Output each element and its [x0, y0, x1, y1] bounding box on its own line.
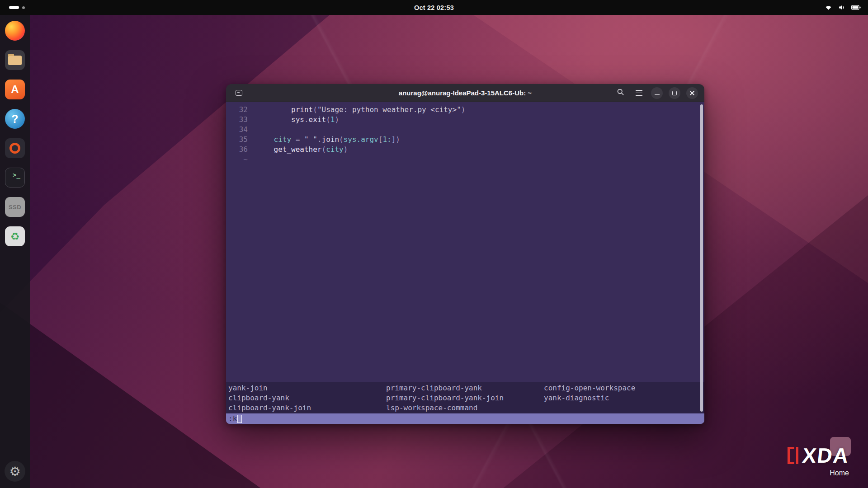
dock-item-terminal[interactable]: >_	[4, 166, 26, 189]
terminal-window: anurag@anurag-IdeaPad-3-15ALC6-Ub: ~	[226, 84, 704, 424]
terminal-scrollbar[interactable]	[700, 104, 703, 412]
dock-item-files[interactable]	[4, 49, 26, 71]
app-center-icon: A	[5, 80, 25, 99]
text-cursor	[237, 415, 242, 423]
code-lines: 32 print("Usage: python weather.py <city…	[226, 105, 704, 155]
dock-item-show-apps[interactable]: ⚙	[4, 460, 26, 483]
code-text: city = " ".join(sys.argv[1:])	[248, 135, 400, 145]
dock-item-ssd-drive[interactable]: SSD	[4, 196, 26, 218]
watermark-caption: Home	[788, 469, 849, 477]
top-bar: Oct 22 02:53	[0, 0, 868, 15]
recycle-drive-icon: ♻	[5, 226, 25, 246]
clock[interactable]: Oct 22 02:53	[414, 4, 454, 11]
close-icon	[689, 90, 695, 96]
new-tab-icon	[236, 90, 242, 96]
new-tab-button[interactable]	[232, 87, 245, 99]
code-line-tilde: ~	[226, 155, 704, 164]
completion-menu: yank-joinprimary-clipboard-yankconfig-op…	[226, 382, 704, 413]
dock: A ? >_ SSD ♻ ⚙	[0, 15, 30, 488]
system-status-menu[interactable]	[825, 0, 861, 15]
command-line[interactable]: :k	[226, 413, 704, 424]
dock-item-app-center[interactable]: A	[4, 78, 26, 101]
terminal-header[interactable]: anurag@anurag-IdeaPad-3-15ALC6-Ub: ~	[226, 84, 704, 102]
completion-item[interactable]: clipboard-yank	[228, 393, 386, 403]
code-line: 36 get_weather(city)	[226, 145, 704, 155]
tilde-marker: ~	[226, 155, 248, 164]
minimize-icon	[655, 94, 660, 95]
code-text: print("Usage: python weather.py <city>")	[248, 105, 465, 115]
files-icon	[5, 50, 25, 70]
code-line: 32 print("Usage: python weather.py <city…	[226, 105, 704, 115]
code-line: 34	[226, 125, 704, 135]
maximize-button[interactable]	[669, 87, 680, 99]
code-line: 33 sys.exit(1)	[226, 115, 704, 125]
code-line: 35 city = " ".join(sys.argv[1:])	[226, 135, 704, 145]
search-icon	[617, 88, 624, 98]
line-number: 32	[226, 105, 248, 115]
network-wireless-icon[interactable]	[825, 5, 832, 10]
completion-item[interactable]: config-open-workspace	[544, 383, 704, 393]
editor-viewport[interactable]: 32 print("Usage: python weather.py <city…	[226, 102, 704, 382]
menu-button[interactable]	[632, 87, 645, 99]
line-number: 35	[226, 135, 248, 145]
xda-bracket-icon	[788, 447, 798, 464]
active-workspace-pill	[9, 6, 19, 9]
xda-watermark: XDA Home	[788, 443, 849, 477]
dock-item-removable-drive[interactable]: ♻	[4, 225, 26, 248]
workspace-indicator[interactable]	[9, 0, 25, 15]
completion-item[interactable]: primary-clipboard-yank	[386, 383, 544, 393]
battery-icon[interactable]	[851, 5, 861, 10]
help-icon: ?	[5, 109, 25, 129]
completion-item[interactable]: lsp-workspace-command	[386, 403, 544, 413]
ubuntu-logo-icon	[5, 138, 25, 158]
xda-brand-text: XDA	[801, 443, 850, 468]
dock-item-help[interactable]: ?	[4, 108, 26, 130]
code-text: sys.exit(1)	[248, 115, 339, 125]
code-text: get_weather(city)	[248, 145, 348, 155]
search-button[interactable]	[614, 87, 627, 99]
terminal-icon: >_	[5, 168, 25, 188]
completion-item[interactable]: clipboard-yank-join	[228, 403, 386, 413]
xda-logo: XDA	[788, 443, 849, 468]
ssd-drive-icon: SSD	[5, 197, 25, 217]
volume-icon[interactable]	[838, 5, 845, 10]
line-number: 36	[226, 145, 248, 155]
completion-item[interactable]	[544, 403, 704, 413]
dock-item-firefox[interactable]	[4, 19, 26, 42]
firefox-icon	[5, 21, 25, 41]
completion-item[interactable]: yank-join	[228, 383, 386, 393]
line-number: 34	[226, 125, 248, 135]
code-text	[248, 125, 256, 135]
show-apps-icon: ⚙	[5, 461, 25, 482]
completion-item[interactable]: yank-diagnostic	[544, 393, 704, 403]
dock-item-ubuntu[interactable]	[4, 137, 26, 160]
command-text: :k	[228, 414, 237, 423]
completion-item[interactable]: primary-clipboard-yank-join	[386, 393, 544, 403]
terminal-screen[interactable]: 32 print("Usage: python weather.py <city…	[226, 102, 704, 424]
line-number: 33	[226, 115, 248, 125]
close-button[interactable]	[686, 87, 698, 99]
inactive-workspace-dot	[22, 6, 25, 9]
maximize-icon	[672, 91, 677, 95]
hamburger-menu-icon	[636, 90, 642, 95]
minimize-button[interactable]	[651, 87, 663, 99]
